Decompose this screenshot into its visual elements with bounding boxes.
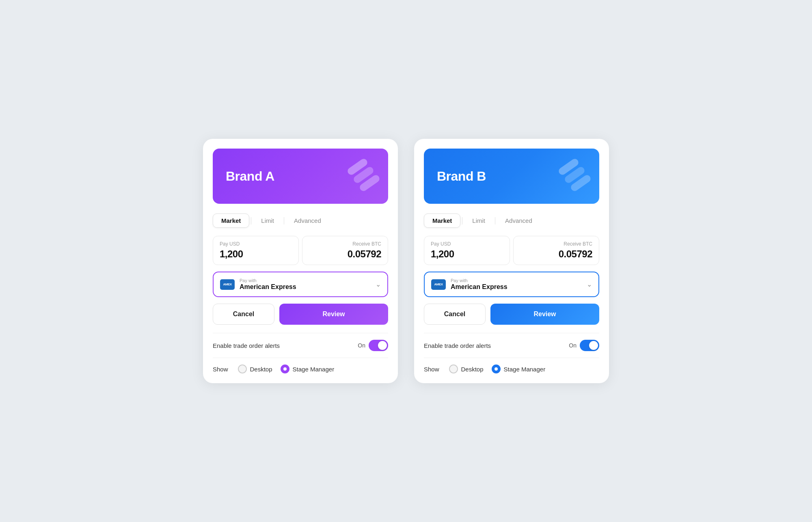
toggle-group: On (569, 340, 599, 351)
receive-btc-field: Receive BTC 0.05792 (302, 236, 388, 265)
pay-with-dropdown[interactable]: AMEX Pay with American Express ⌄ (213, 272, 388, 297)
pay-with-label: Pay with (240, 278, 371, 283)
desktop-radio-circle (449, 365, 458, 373)
desktop-radio-option[interactable]: Desktop (449, 365, 484, 373)
pay-with-info: Pay with American Express (451, 278, 582, 291)
desktop-radio-circle (238, 365, 247, 373)
tabs-row: MarketLimitAdvanced (213, 214, 388, 228)
show-label: Show (424, 366, 439, 373)
cancel-button[interactable]: Cancel (213, 304, 274, 325)
page-wrapper: Brand A MarketLimitAdvanced Pay USD 1,20… (179, 114, 633, 408)
chevron-down-icon: ⌄ (587, 280, 592, 288)
trade-alerts-toggle[interactable] (580, 340, 599, 351)
brand-title: Brand B (437, 169, 486, 184)
pay-usd-field: Pay USD 1,200 (424, 236, 510, 265)
review-button[interactable]: Review (279, 304, 388, 325)
toggle-state-label: On (569, 342, 577, 349)
tab-divider (251, 217, 251, 224)
tab-divider (462, 217, 462, 224)
cancel-button[interactable]: Cancel (424, 304, 486, 325)
pay-usd-field: Pay USD 1,200 (213, 236, 299, 265)
pay-with-name: American Express (451, 283, 582, 291)
receive-btc-value: 0.05792 (309, 248, 381, 260)
divider-1 (213, 333, 388, 333)
card-brand-a: Brand A MarketLimitAdvanced Pay USD 1,20… (203, 139, 398, 383)
trade-alerts-toggle[interactable] (369, 340, 388, 351)
brand-title: Brand A (226, 169, 274, 184)
amount-row: Pay USD 1,200 Receive BTC 0.05792 (213, 236, 388, 265)
stage-manager-radio-circle (281, 365, 289, 373)
tab-advanced[interactable]: Advanced (497, 214, 540, 227)
toggle-state-label: On (358, 342, 365, 349)
divider-1 (424, 333, 599, 333)
toggle-knob (589, 341, 598, 350)
pay-usd-label: Pay USD (220, 241, 292, 247)
receive-btc-value: 0.05792 (520, 248, 592, 260)
tabs-row: MarketLimitAdvanced (424, 214, 599, 228)
toggle-group: On (358, 340, 388, 351)
trade-alerts-label: Enable trade order alerts (424, 342, 491, 349)
tab-market[interactable]: Market (213, 214, 249, 228)
tab-limit[interactable]: Limit (464, 214, 493, 227)
show-radio-row: Show Desktop Stage Manager (424, 365, 599, 373)
tab-market[interactable]: Market (424, 214, 460, 228)
divider-2 (213, 358, 388, 358)
brand-logo (332, 160, 377, 192)
trade-alerts-row: Enable trade order alerts On (213, 340, 388, 351)
action-row: Cancel Review (424, 304, 599, 325)
divider-2 (424, 358, 599, 358)
show-radio-row: Show Desktop Stage Manager (213, 365, 388, 373)
brand-header: Brand B (424, 149, 599, 204)
stage-manager-radio-circle (492, 365, 501, 373)
tab-divider (284, 217, 284, 224)
receive-btc-field: Receive BTC 0.05792 (513, 236, 599, 265)
trade-alerts-label: Enable trade order alerts (213, 342, 280, 349)
tab-advanced[interactable]: Advanced (286, 214, 329, 227)
brand-header: Brand A (213, 149, 388, 204)
desktop-radio-option[interactable]: Desktop (238, 365, 272, 373)
tab-divider (495, 217, 495, 224)
amex-icon: AMEX (220, 279, 235, 290)
pay-with-label: Pay with (451, 278, 582, 283)
action-row: Cancel Review (213, 304, 388, 325)
amex-icon: AMEX (431, 279, 446, 290)
chevron-down-icon: ⌄ (376, 280, 381, 288)
stage-manager-radio-label: Stage Manager (293, 366, 335, 373)
desktop-radio-label: Desktop (461, 366, 484, 373)
pay-usd-label: Pay USD (431, 241, 503, 247)
desktop-radio-label: Desktop (250, 366, 272, 373)
pay-usd-value: 1,200 (220, 248, 292, 260)
pay-with-name: American Express (240, 283, 371, 291)
card-brand-b: Brand B MarketLimitAdvanced Pay USD 1,20… (414, 139, 609, 383)
trade-alerts-row: Enable trade order alerts On (424, 340, 599, 351)
receive-btc-label: Receive BTC (309, 241, 381, 247)
show-label: Show (213, 366, 228, 373)
stage-manager-radio-option[interactable]: Stage Manager (492, 365, 546, 373)
toggle-knob (378, 341, 387, 350)
brand-logo (543, 160, 588, 192)
stage-manager-radio-option[interactable]: Stage Manager (281, 365, 335, 373)
receive-btc-label: Receive BTC (520, 241, 592, 247)
stage-manager-radio-label: Stage Manager (504, 366, 546, 373)
radio-circle-inner (283, 367, 287, 371)
pay-with-dropdown[interactable]: AMEX Pay with American Express ⌄ (424, 272, 599, 297)
tab-limit[interactable]: Limit (253, 214, 282, 227)
pay-with-info: Pay with American Express (240, 278, 371, 291)
pay-usd-value: 1,200 (431, 248, 503, 260)
amount-row: Pay USD 1,200 Receive BTC 0.05792 (424, 236, 599, 265)
radio-circle-inner (495, 367, 498, 371)
review-button[interactable]: Review (490, 304, 599, 325)
